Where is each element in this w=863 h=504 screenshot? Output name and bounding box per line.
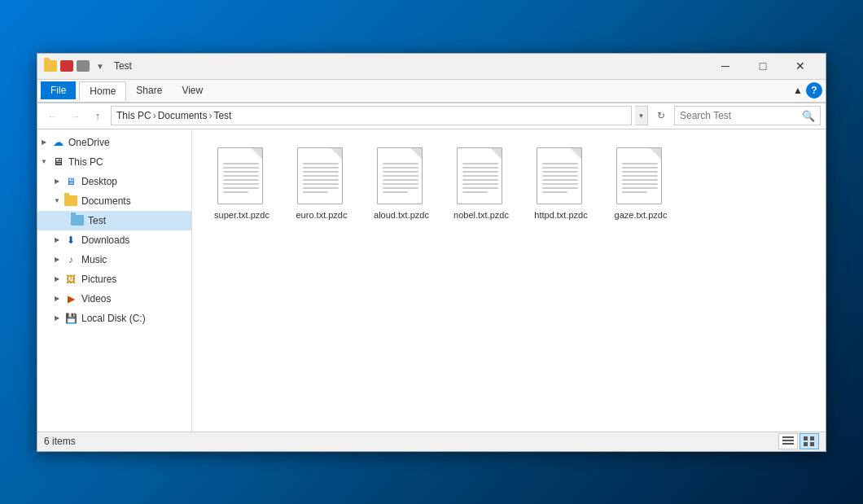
window-controls: ─ □ ✕ — [707, 53, 819, 79]
tab-view[interactable]: View — [172, 81, 212, 99]
onedrive-toggle: ▶ — [37, 133, 50, 152]
status-item-count: 6 items — [44, 436, 778, 447]
refresh-button[interactable]: ↻ — [651, 106, 671, 125]
sidebar-label-desktop: Desktop — [81, 176, 117, 187]
file-name: super.txt.pzdc — [214, 209, 269, 221]
svg-rect-1 — [782, 440, 794, 441]
file-item[interactable]: nobel.txt.pzdc — [445, 142, 518, 226]
minimize-button[interactable]: ─ — [707, 53, 744, 79]
file-name: aloud.txt.pzdc — [374, 209, 429, 221]
desktop-icon: 🖥 — [64, 175, 78, 188]
file-icon — [457, 147, 506, 206]
sidebar: ▶ ☁ OneDrive ▼ 🖥 This PC ▶ 🖥 D — [37, 129, 192, 432]
sidebar-item-documents[interactable]: ▼ Documents — [37, 191, 191, 211]
status-bar: 6 items — [37, 432, 826, 451]
sidebar-label-videos: Videos — [81, 293, 111, 305]
up-button[interactable]: ↑ — [88, 106, 107, 125]
search-box: 🔍 — [674, 106, 821, 125]
sidebar-item-localdisk[interactable]: ▶ 💾 Local Disk (C:) — [37, 309, 191, 328]
localdisk-icon: 💾 — [64, 312, 78, 325]
title-red-icon — [60, 60, 73, 72]
videos-icon: ▶ — [64, 292, 78, 305]
videos-toggle: ▶ — [50, 289, 64, 309]
path-test: Test — [213, 110, 231, 121]
ribbon-tabs: File Home Share View ▲ ? — [37, 80, 826, 103]
title-arrow: ▼ — [96, 62, 104, 71]
desktop-toggle: ▶ — [50, 172, 64, 191]
address-dropdown[interactable]: ▼ — [635, 106, 648, 125]
sidebar-label-downloads: Downloads — [81, 234, 129, 246]
onedrive-icon: ☁ — [50, 136, 65, 149]
sidebar-item-onedrive[interactable]: ▶ ☁ OneDrive — [37, 133, 191, 152]
sidebar-label-test: Test — [88, 215, 106, 226]
details-view-button[interactable] — [778, 433, 798, 449]
search-input[interactable] — [680, 110, 802, 121]
title-bar: ▼ Test ─ □ ✕ — [37, 54, 826, 80]
sidebar-item-test[interactable]: Test — [37, 211, 191, 230]
pictures-icon: 🖼 — [64, 273, 78, 286]
localdisk-toggle: ▶ — [50, 309, 64, 328]
doc-icon — [457, 147, 502, 204]
thispc-icon: 🖥 — [50, 156, 65, 169]
file-item[interactable]: gaze.txt.pzdc — [604, 142, 677, 226]
main-content: ▶ ☁ OneDrive ▼ 🖥 This PC ▶ 🖥 D — [37, 129, 826, 432]
sidebar-item-videos[interactable]: ▶ ▶ Videos — [37, 289, 191, 309]
file-area: super.txt.pzdceuro.txt.pzdcaloud.txt.pzd… — [192, 129, 826, 432]
svg-rect-6 — [810, 442, 814, 446]
pictures-toggle: ▶ — [50, 270, 64, 289]
sidebar-item-thispc[interactable]: ▼ 🖥 This PC — [37, 152, 191, 172]
tab-home[interactable]: Home — [79, 81, 126, 101]
forward-button[interactable]: → — [65, 106, 85, 125]
sidebar-label-thispc: This PC — [68, 156, 103, 168]
sidebar-item-music[interactable]: ▶ ♪ Music — [37, 250, 191, 270]
sidebar-item-downloads[interactable]: ▶ ⬇ Downloads — [37, 230, 191, 250]
sidebar-item-pictures[interactable]: ▶ 🖼 Pictures — [37, 270, 191, 289]
ribbon-expand: ▲ ? — [793, 82, 822, 99]
title-folder-icon — [44, 60, 57, 72]
search-button[interactable]: 🔍 — [802, 110, 815, 122]
sidebar-label-onedrive: OneDrive — [68, 137, 110, 148]
sidebar-label-music: Music — [81, 254, 107, 265]
sidebar-item-desktop[interactable]: ▶ 🖥 Desktop — [37, 172, 191, 191]
title-bar-icons: ▼ — [44, 60, 107, 72]
tab-share[interactable]: Share — [126, 81, 172, 99]
thispc-toggle: ▼ — [37, 152, 50, 172]
svg-rect-5 — [804, 442, 808, 446]
svg-rect-2 — [782, 443, 794, 445]
ribbon-collapse-button[interactable]: ▲ — [793, 85, 803, 96]
file-name: httpd.txt.pzdc — [534, 209, 587, 221]
path-pc: This PC — [116, 110, 151, 121]
sidebar-label-pictures: Pictures — [81, 274, 116, 285]
maximize-button[interactable]: □ — [744, 53, 782, 79]
file-icon — [377, 147, 426, 206]
doc-icon — [377, 147, 423, 204]
file-item[interactable]: httpd.txt.pzdc — [524, 142, 598, 226]
doc-icon — [217, 147, 263, 204]
file-icon — [297, 147, 346, 206]
doc-icon — [616, 147, 662, 204]
tab-file[interactable]: File — [41, 81, 76, 99]
sidebar-label-localdisk: Local Disk (C:) — [81, 313, 146, 324]
back-button[interactable]: ← — [42, 106, 62, 125]
close-button[interactable]: ✕ — [782, 53, 819, 79]
doc-icon — [537, 147, 582, 204]
ribbon-help-button[interactable]: ? — [806, 82, 822, 99]
address-path[interactable]: This PC › Documents › Test — [111, 106, 632, 125]
test-toggle — [64, 211, 70, 230]
file-icon — [217, 147, 266, 206]
ribbon: File Home Share View ▲ ? — [37, 80, 826, 103]
title-gray-icon — [77, 60, 90, 72]
downloads-toggle: ▶ — [50, 230, 64, 250]
file-item[interactable]: euro.txt.pzdc — [285, 142, 358, 226]
file-icon — [616, 147, 665, 206]
file-item[interactable]: aloud.txt.pzdc — [365, 142, 438, 226]
large-icons-view-button[interactable] — [799, 433, 819, 449]
svg-rect-3 — [804, 436, 808, 440]
file-explorer-window: ▼ Test ─ □ ✕ File Home Share View ▲ ? ← … — [37, 53, 826, 452]
music-toggle: ▶ — [50, 250, 64, 270]
test-icon — [70, 214, 85, 227]
svg-rect-4 — [810, 436, 814, 440]
file-item[interactable]: super.txt.pzdc — [205, 142, 278, 226]
svg-rect-0 — [782, 436, 794, 438]
downloads-icon: ⬇ — [64, 234, 78, 247]
